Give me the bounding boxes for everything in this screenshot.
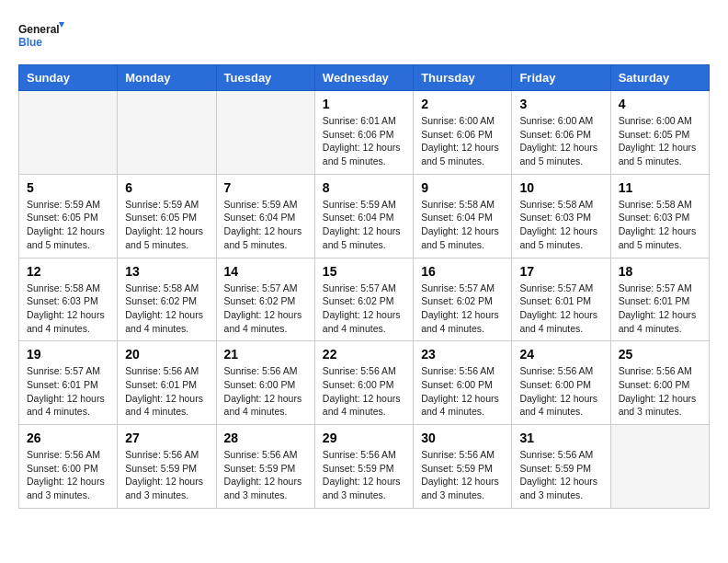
cell-info: Sunrise: 5:58 AM Sunset: 6:02 PM Dayligh… <box>125 282 208 336</box>
calendar-cell: 19Sunrise: 5:57 AM Sunset: 6:01 PM Dayli… <box>19 341 118 425</box>
day-number: 18 <box>619 264 701 279</box>
day-number: 24 <box>519 347 602 362</box>
day-number: 11 <box>619 180 701 195</box>
day-number: 4 <box>619 97 701 111</box>
calendar-cell <box>19 91 118 175</box>
cell-info: Sunrise: 5:59 AM Sunset: 6:05 PM Dayligh… <box>125 198 208 252</box>
svg-text:General: General <box>18 23 60 36</box>
calendar-cell: 5Sunrise: 5:59 AM Sunset: 6:05 PM Daylig… <box>19 174 118 258</box>
calendar-cell: 28Sunrise: 5:56 AM Sunset: 5:59 PM Dayli… <box>216 425 314 509</box>
day-number: 30 <box>421 431 504 445</box>
cell-info: Sunrise: 6:01 AM Sunset: 6:06 PM Dayligh… <box>323 114 405 168</box>
calendar-week-2: 12Sunrise: 5:58 AM Sunset: 6:03 PM Dayli… <box>19 258 710 341</box>
cell-info: Sunrise: 5:56 AM Sunset: 5:59 PM Dayligh… <box>421 448 504 502</box>
cell-info: Sunrise: 5:57 AM Sunset: 6:02 PM Dayligh… <box>421 282 504 336</box>
calendar-cell: 10Sunrise: 5:58 AM Sunset: 6:03 PM Dayli… <box>512 174 610 258</box>
day-number: 14 <box>224 264 307 279</box>
weekday-header-wednesday: Wednesday <box>314 65 413 91</box>
day-number: 1 <box>323 97 405 111</box>
weekday-header-tuesday: Tuesday <box>216 65 314 91</box>
day-number: 23 <box>421 347 504 362</box>
cell-info: Sunrise: 5:59 AM Sunset: 6:04 PM Dayligh… <box>323 198 405 252</box>
weekday-header-saturday: Saturday <box>610 65 709 91</box>
weekday-header-monday: Monday <box>118 65 216 91</box>
day-number: 5 <box>27 180 109 195</box>
cell-info: Sunrise: 5:56 AM Sunset: 5:59 PM Dayligh… <box>224 448 307 502</box>
cell-info: Sunrise: 5:58 AM Sunset: 6:03 PM Dayligh… <box>519 198 602 252</box>
weekday-header-row: SundayMondayTuesdayWednesdayThursdayFrid… <box>19 65 710 91</box>
calendar-week-3: 19Sunrise: 5:57 AM Sunset: 6:01 PM Dayli… <box>19 341 710 425</box>
calendar-cell: 6Sunrise: 5:59 AM Sunset: 6:05 PM Daylig… <box>118 174 216 258</box>
calendar-cell: 18Sunrise: 5:57 AM Sunset: 6:01 PM Dayli… <box>610 258 709 341</box>
day-number: 21 <box>224 347 307 362</box>
weekday-header-sunday: Sunday <box>19 65 118 91</box>
day-number: 6 <box>125 180 208 195</box>
day-number: 20 <box>125 347 208 362</box>
cell-info: Sunrise: 6:00 AM Sunset: 6:06 PM Dayligh… <box>519 114 602 168</box>
calendar-cell: 26Sunrise: 5:56 AM Sunset: 6:00 PM Dayli… <box>19 425 118 509</box>
cell-info: Sunrise: 5:59 AM Sunset: 6:05 PM Dayligh… <box>27 198 109 252</box>
day-number: 22 <box>323 347 405 362</box>
cell-info: Sunrise: 5:56 AM Sunset: 6:00 PM Dayligh… <box>224 364 307 419</box>
logo: General Blue <box>18 18 64 55</box>
calendar-cell: 1Sunrise: 6:01 AM Sunset: 6:06 PM Daylig… <box>314 91 413 175</box>
day-number: 17 <box>519 264 602 279</box>
cell-info: Sunrise: 5:56 AM Sunset: 5:59 PM Dayligh… <box>323 448 405 502</box>
header: General Blue <box>18 18 710 55</box>
calendar-cell: 13Sunrise: 5:58 AM Sunset: 6:02 PM Dayli… <box>118 258 216 341</box>
day-number: 7 <box>224 180 307 195</box>
cell-info: Sunrise: 5:56 AM Sunset: 5:59 PM Dayligh… <box>519 448 602 502</box>
cell-info: Sunrise: 5:59 AM Sunset: 6:04 PM Dayligh… <box>224 198 307 252</box>
calendar-cell: 9Sunrise: 5:58 AM Sunset: 6:04 PM Daylig… <box>414 174 512 258</box>
calendar-cell <box>118 91 216 175</box>
calendar-cell: 31Sunrise: 5:56 AM Sunset: 5:59 PM Dayli… <box>512 425 610 509</box>
calendar-cell: 17Sunrise: 5:57 AM Sunset: 6:01 PM Dayli… <box>512 258 610 341</box>
svg-text:Blue: Blue <box>18 36 42 49</box>
weekday-header-thursday: Thursday <box>414 65 512 91</box>
calendar-week-1: 5Sunrise: 5:59 AM Sunset: 6:05 PM Daylig… <box>19 174 710 258</box>
calendar-cell: 8Sunrise: 5:59 AM Sunset: 6:04 PM Daylig… <box>314 174 413 258</box>
calendar-cell: 20Sunrise: 5:56 AM Sunset: 6:01 PM Dayli… <box>118 341 216 425</box>
calendar-cell: 7Sunrise: 5:59 AM Sunset: 6:04 PM Daylig… <box>216 174 314 258</box>
day-number: 31 <box>519 431 602 445</box>
calendar-cell: 24Sunrise: 5:56 AM Sunset: 6:00 PM Dayli… <box>512 341 610 425</box>
cell-info: Sunrise: 5:58 AM Sunset: 6:03 PM Dayligh… <box>619 198 701 252</box>
day-number: 28 <box>224 431 307 445</box>
calendar-cell: 12Sunrise: 5:58 AM Sunset: 6:03 PM Dayli… <box>19 258 118 341</box>
calendar-table: SundayMondayTuesdayWednesdayThursdayFrid… <box>18 64 710 509</box>
calendar-cell: 11Sunrise: 5:58 AM Sunset: 6:03 PM Dayli… <box>610 174 709 258</box>
calendar-week-0: 1Sunrise: 6:01 AM Sunset: 6:06 PM Daylig… <box>19 91 710 175</box>
svg-marker-1 <box>59 22 64 28</box>
cell-info: Sunrise: 5:57 AM Sunset: 6:01 PM Dayligh… <box>27 364 109 419</box>
calendar-cell: 21Sunrise: 5:56 AM Sunset: 6:00 PM Dayli… <box>216 341 314 425</box>
day-number: 15 <box>323 264 405 279</box>
day-number: 16 <box>421 264 504 279</box>
day-number: 29 <box>323 431 405 445</box>
cell-info: Sunrise: 5:56 AM Sunset: 6:00 PM Dayligh… <box>421 364 504 419</box>
calendar-cell: 2Sunrise: 6:00 AM Sunset: 6:06 PM Daylig… <box>414 91 512 175</box>
cell-info: Sunrise: 6:00 AM Sunset: 6:06 PM Dayligh… <box>421 114 504 168</box>
day-number: 10 <box>519 180 602 195</box>
calendar-cell: 16Sunrise: 5:57 AM Sunset: 6:02 PM Dayli… <box>414 258 512 341</box>
calendar-week-4: 26Sunrise: 5:56 AM Sunset: 6:00 PM Dayli… <box>19 425 710 509</box>
cell-info: Sunrise: 5:57 AM Sunset: 6:02 PM Dayligh… <box>323 282 405 336</box>
calendar-cell: 4Sunrise: 6:00 AM Sunset: 6:05 PM Daylig… <box>610 91 709 175</box>
cell-info: Sunrise: 5:56 AM Sunset: 6:00 PM Dayligh… <box>619 364 701 419</box>
calendar-cell: 27Sunrise: 5:56 AM Sunset: 5:59 PM Dayli… <box>118 425 216 509</box>
cell-info: Sunrise: 5:57 AM Sunset: 6:02 PM Dayligh… <box>224 282 307 336</box>
calendar-cell <box>216 91 314 175</box>
cell-info: Sunrise: 5:56 AM Sunset: 6:01 PM Dayligh… <box>125 364 208 419</box>
cell-info: Sunrise: 6:00 AM Sunset: 6:05 PM Dayligh… <box>619 114 701 168</box>
calendar-cell: 3Sunrise: 6:00 AM Sunset: 6:06 PM Daylig… <box>512 91 610 175</box>
logo-svg: General Blue <box>18 18 64 55</box>
day-number: 26 <box>27 431 109 445</box>
calendar-cell: 22Sunrise: 5:56 AM Sunset: 6:00 PM Dayli… <box>314 341 413 425</box>
cell-info: Sunrise: 5:57 AM Sunset: 6:01 PM Dayligh… <box>519 282 602 336</box>
day-number: 13 <box>125 264 208 279</box>
day-number: 8 <box>323 180 405 195</box>
day-number: 2 <box>421 97 504 111</box>
calendar-cell: 30Sunrise: 5:56 AM Sunset: 5:59 PM Dayli… <box>414 425 512 509</box>
day-number: 19 <box>27 347 109 362</box>
cell-info: Sunrise: 5:56 AM Sunset: 6:00 PM Dayligh… <box>519 364 602 419</box>
cell-info: Sunrise: 5:58 AM Sunset: 6:03 PM Dayligh… <box>27 282 109 336</box>
